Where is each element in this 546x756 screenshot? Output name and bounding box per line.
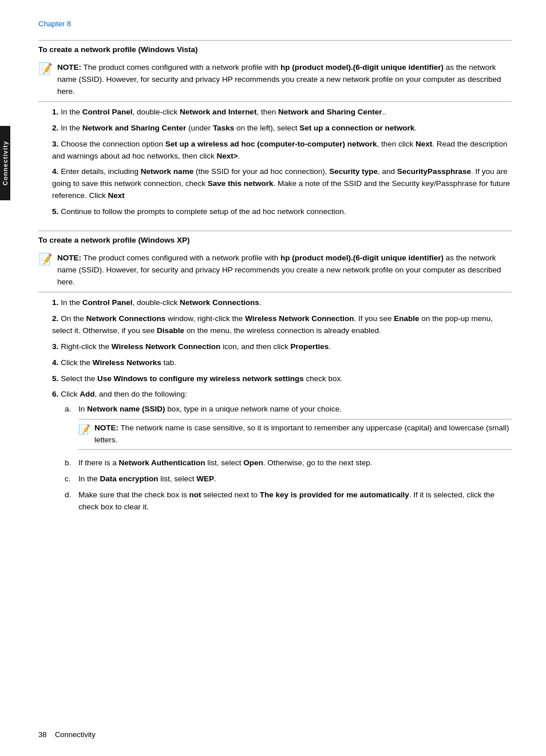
section1-note-text: NOTE: The product comes configured with … — [57, 62, 512, 98]
sub-step-a: a. In Network name (SSID) box, type in a… — [62, 403, 512, 453]
section2-note-text: NOTE: The product comes configured with … — [57, 252, 512, 288]
step-2-6: 6.Click Add, and then do the following: … — [50, 389, 512, 513]
step-1-2: 2.In the Network and Sharing Center (und… — [50, 122, 512, 134]
step-1-4: 4.Enter details, including Network name … — [50, 166, 512, 202]
side-tab-label: Connectivity — [2, 141, 9, 185]
sub-step-c: c. In the Data encryption list, select W… — [62, 473, 512, 485]
note-icon-2: 📝 — [38, 252, 53, 266]
section1-steps: 1.In the Control Panel, double-click Net… — [50, 106, 512, 218]
note-icon-1: 📝 — [38, 62, 53, 76]
main-content: To create a network profile (Windows Vis… — [38, 40, 512, 552]
sub-step-d: d. Make sure that the check box is not s… — [62, 489, 512, 513]
side-tab: Connectivity — [0, 126, 10, 200]
footer-label: Connectivity — [55, 730, 96, 739]
step-2-4: 4.Click the Wireless Networks tab. — [50, 357, 512, 369]
step-2-1: 1.In the Control Panel, double-click Net… — [50, 297, 512, 309]
inner-note-text: NOTE: The network name is case sensitive… — [94, 422, 512, 446]
sub-step-b: b. If there is a Network Authentication … — [62, 457, 512, 469]
section2: To create a network profile (Windows XP)… — [38, 231, 512, 513]
section1-heading: To create a network profile (Windows Vis… — [38, 40, 512, 54]
step-1-5: 5.Continue to follow the prompts to comp… — [50, 206, 512, 218]
sub-steps-6: a. In Network name (SSID) box, type in a… — [62, 403, 512, 513]
section1: To create a network profile (Windows Vis… — [38, 40, 512, 218]
step-2-5: 5.Select the Use Windows to configure my… — [50, 373, 512, 385]
step-1-1: 1.In the Control Panel, double-click Net… — [50, 106, 512, 118]
chapter-label: Chapter 8 — [38, 19, 71, 28]
inner-note-icon: 📝 — [78, 422, 90, 437]
step-2-3: 3.Right-click the Wireless Network Conne… — [50, 341, 512, 353]
section2-steps: 1.In the Control Panel, double-click Net… — [50, 297, 512, 513]
footer: 38 Connectivity — [38, 730, 96, 739]
section2-note: 📝 NOTE: The product comes configured wit… — [38, 249, 512, 292]
section2-heading: To create a network profile (Windows XP) — [38, 231, 512, 244]
section1-note: 📝 NOTE: The product comes configured wit… — [38, 58, 512, 102]
step-1-3: 3.Choose the connection option Set up a … — [50, 138, 512, 163]
note-label-1: NOTE: — [57, 63, 81, 72]
footer-page: 38 — [38, 730, 46, 739]
inner-note-a: 📝 NOTE: The network name is case sensiti… — [78, 419, 512, 450]
step-2-2: 2.On the Network Connections window, rig… — [50, 313, 512, 337]
note-label-2: NOTE: — [57, 254, 81, 262]
